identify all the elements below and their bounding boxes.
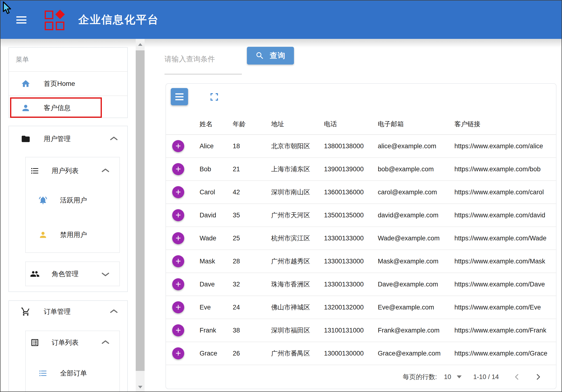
cell-link: https://www.example.com/Mask bbox=[454, 258, 556, 265]
cell-link: https://www.example.com/bob bbox=[454, 166, 556, 173]
sidebar-item-active-users[interactable]: 活跃用户 bbox=[26, 184, 119, 216]
table-row: + Alice 18 北京市朝阳区 13800138000 alice@exam… bbox=[166, 135, 556, 158]
sidebar-item-all-orders[interactable]: 全部订单 bbox=[26, 354, 119, 392]
next-page-button[interactable] bbox=[534, 373, 542, 381]
person-icon bbox=[38, 230, 48, 239]
query-button[interactable]: 查询 bbox=[247, 47, 294, 65]
expand-row-button[interactable]: + bbox=[172, 140, 184, 152]
cell-link: https://www.example.com/Wade bbox=[454, 235, 556, 242]
cell-name: Alice bbox=[199, 143, 233, 150]
cell-address: 杭州市滨江区 bbox=[271, 234, 324, 243]
cell-name: David bbox=[199, 212, 233, 219]
cell-address: 深圳市福田区 bbox=[271, 326, 324, 335]
person-icon bbox=[20, 103, 31, 113]
cell-email: alice@example.com bbox=[378, 143, 454, 150]
cell-name: Carol bbox=[199, 189, 233, 196]
cell-phone: 13200132000 bbox=[324, 304, 378, 311]
query-button-label: 查询 bbox=[270, 51, 286, 61]
cell-age: 25 bbox=[233, 235, 271, 242]
rows-per-page-select[interactable]: 10 bbox=[444, 373, 462, 381]
expand-row-button[interactable]: + bbox=[172, 255, 184, 267]
cell-name: Dave bbox=[199, 281, 233, 288]
cell-expand: + bbox=[166, 186, 199, 198]
sidebar-item-role-mgmt[interactable]: 角色管理 bbox=[26, 262, 119, 286]
cell-email: david@example.com bbox=[378, 212, 454, 219]
sidebar-item-order-list[interactable]: 订单列表 bbox=[26, 331, 119, 354]
search-input[interactable]: 请输入查询条件 bbox=[164, 51, 242, 74]
expand-row-button[interactable]: + bbox=[172, 278, 184, 290]
table-row: + Bob 21 上海市浦东区 13900139000 bob@example.… bbox=[166, 158, 556, 181]
expand-row-button[interactable]: + bbox=[172, 163, 184, 175]
cell-age: 42 bbox=[233, 189, 271, 196]
header-shadow bbox=[0, 39, 562, 47]
cell-age: 28 bbox=[233, 258, 271, 265]
cell-phone: 13600136000 bbox=[324, 189, 378, 196]
rows-per-page-value: 10 bbox=[444, 373, 451, 381]
pagination-range: 1-10 / 14 bbox=[473, 373, 499, 381]
scroll-down-button[interactable] bbox=[136, 381, 145, 392]
expand-row-button[interactable]: + bbox=[172, 186, 184, 198]
sidebar-item-home[interactable]: 首页Home bbox=[9, 72, 127, 96]
chevron-down-icon bbox=[102, 271, 109, 277]
sidebar-scrollbar[interactable] bbox=[136, 39, 145, 392]
plus-icon: + bbox=[176, 187, 181, 196]
expand-row-button[interactable]: + bbox=[172, 301, 184, 313]
expand-row-button[interactable]: + bbox=[172, 324, 184, 336]
previous-page-button[interactable] bbox=[513, 373, 521, 381]
table-menu-button[interactable] bbox=[171, 88, 188, 105]
search-icon bbox=[255, 51, 264, 60]
column-header-email: 电子邮箱 bbox=[378, 120, 454, 128]
cell-name: Frank bbox=[199, 327, 233, 334]
sidebar-user-list-group: 用户列表 活跃用户 禁用用户 bbox=[25, 157, 120, 253]
cell-address: 广州市天河区 bbox=[271, 211, 324, 220]
menu-label: 菜单 bbox=[16, 55, 29, 64]
cell-age: 24 bbox=[233, 304, 271, 311]
plus-icon: + bbox=[176, 280, 181, 289]
cell-address: 上海市浦东区 bbox=[271, 165, 324, 173]
cell-name: Eve bbox=[199, 304, 233, 311]
sidebar-item-user-mgmt[interactable]: 用户管理 bbox=[9, 126, 127, 152]
cell-address: 深圳市南山区 bbox=[271, 188, 324, 196]
app-title: 企业信息化平台 bbox=[78, 0, 159, 39]
cell-link: https://www.example.com/alice bbox=[454, 143, 556, 150]
data-table-card: 姓名 年龄 地址 电话 电子邮箱 客户链接 + Alice 18 北京市朝阳区 … bbox=[165, 83, 556, 389]
cell-phone: 13300133000 bbox=[324, 281, 378, 288]
cell-address: 广州市越秀区 bbox=[271, 257, 324, 266]
sidebar-item-customer-info[interactable]: 客户信息 bbox=[9, 96, 127, 120]
cell-email: Wade@example.com bbox=[378, 235, 454, 242]
table-row: + Grace 26 广州市番禺区 13000130000 Grace@exam… bbox=[166, 342, 556, 365]
plus-icon: + bbox=[176, 210, 181, 220]
table-body: + Alice 18 北京市朝阳区 13800138000 alice@exam… bbox=[166, 135, 556, 365]
fullscreen-icon bbox=[210, 93, 219, 101]
input-underline bbox=[164, 74, 242, 74]
scroll-up-button[interactable] bbox=[136, 39, 145, 50]
hamburger-icon bbox=[16, 16, 26, 18]
app-logo-icon bbox=[45, 11, 65, 30]
sidebar-item-disabled-users[interactable]: 禁用用户 bbox=[26, 216, 119, 253]
plus-icon: + bbox=[176, 141, 181, 150]
chevron-up-icon bbox=[102, 340, 109, 345]
table-row: + Eve 24 佛山市禅城区 13200132000 Eve@example.… bbox=[166, 296, 556, 319]
scrollbar-thumb[interactable] bbox=[136, 50, 145, 371]
sidebar-item-user-list[interactable]: 用户列表 bbox=[26, 157, 119, 184]
menu-toggle-button[interactable] bbox=[16, 16, 26, 23]
expand-row-button[interactable]: + bbox=[172, 232, 184, 244]
table-header-row: 姓名 年龄 地址 电话 电子邮箱 客户链接 bbox=[166, 114, 556, 135]
expand-row-button[interactable]: + bbox=[172, 347, 184, 359]
list-icon bbox=[38, 369, 48, 378]
plus-icon: + bbox=[176, 348, 181, 358]
table-row: + Carol 42 深圳市南山区 13600136000 carol@exam… bbox=[166, 181, 556, 204]
cell-expand: + bbox=[166, 209, 199, 221]
cell-email: Dave@example.com bbox=[378, 281, 454, 288]
plus-icon: + bbox=[176, 164, 181, 173]
expand-row-button[interactable]: + bbox=[172, 209, 184, 221]
cell-expand: + bbox=[166, 324, 199, 336]
plus-icon: + bbox=[176, 257, 181, 266]
column-header-age: 年龄 bbox=[233, 120, 271, 128]
plus-icon: + bbox=[176, 234, 181, 243]
table-row: + David 35 广州市天河区 13500135000 david@exam… bbox=[166, 204, 556, 227]
list-icon bbox=[30, 166, 40, 175]
sidebar-item-order-mgmt[interactable]: 订单管理 bbox=[9, 301, 127, 323]
fullscreen-button[interactable] bbox=[210, 93, 219, 101]
cell-email: Grace@example.com bbox=[378, 350, 454, 357]
